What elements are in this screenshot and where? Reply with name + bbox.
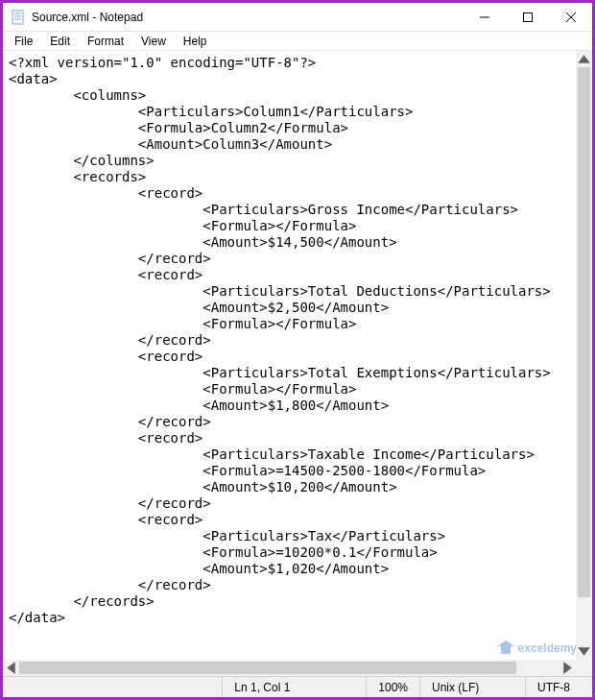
maximize-button[interactable] <box>506 3 549 31</box>
scroll-left-icon[interactable] <box>3 660 19 676</box>
svg-rect-5 <box>523 12 532 21</box>
scroll-down-icon[interactable] <box>576 643 592 660</box>
svg-rect-0 <box>12 11 23 24</box>
scroll-up-icon[interactable] <box>576 51 592 67</box>
svg-marker-11 <box>7 662 15 674</box>
title-bar: Source.xml - Notepad <box>3 3 592 32</box>
menu-format[interactable]: Format <box>80 33 131 50</box>
menu-view[interactable]: View <box>133 33 174 50</box>
status-encoding: UTF-8 <box>525 677 592 697</box>
menu-edit[interactable]: Edit <box>42 33 78 50</box>
scroll-track-vertical[interactable] <box>576 67 592 643</box>
svg-marker-8 <box>578 55 590 63</box>
vertical-scrollbar[interactable] <box>576 51 592 660</box>
close-button[interactable] <box>549 3 592 31</box>
status-bar: Ln 1, Col 1 100% Unix (LF) UTF-8 <box>3 676 592 697</box>
horizontal-scrollbar[interactable] <box>3 660 592 676</box>
minimize-button[interactable] <box>463 3 506 31</box>
menu-bar: File Edit Format View Help <box>3 32 592 51</box>
menu-help[interactable]: Help <box>176 33 215 50</box>
scroll-thumb-vertical[interactable] <box>578 67 590 597</box>
text-editor[interactable]: <?xml version="1.0" encoding="UTF-8"?> <… <box>3 51 576 660</box>
menu-file[interactable]: File <box>7 33 40 50</box>
svg-marker-9 <box>578 647 590 656</box>
scrollbar-corner <box>576 660 592 676</box>
status-position: Ln 1, Col 1 <box>222 677 366 697</box>
scroll-right-icon[interactable] <box>559 660 576 676</box>
svg-marker-12 <box>563 662 572 674</box>
window-title: Source.xml - Notepad <box>32 11 463 24</box>
notepad-icon <box>11 10 26 25</box>
scroll-track-horizontal[interactable] <box>19 660 559 676</box>
scroll-thumb-horizontal[interactable] <box>19 662 516 674</box>
status-zoom: 100% <box>366 677 419 697</box>
status-eol: Unix (LF) <box>419 677 525 697</box>
